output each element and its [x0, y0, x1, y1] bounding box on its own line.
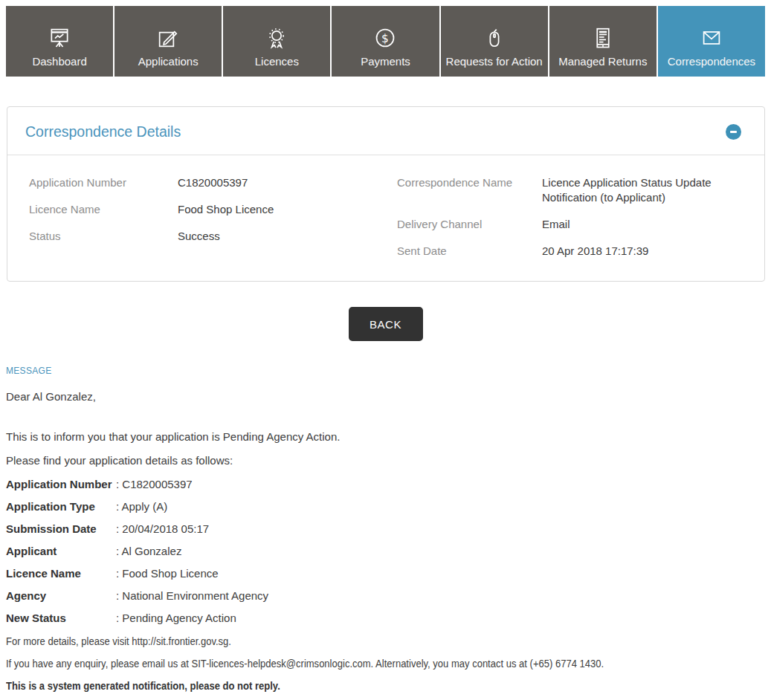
message-field-value: : Apply (A): [116, 499, 167, 514]
message-field-label: Licence Name: [6, 566, 116, 581]
message-field-label: Application Type: [6, 499, 116, 514]
message-section: MESSAGE Dear Al Gonzalez, This is to inf…: [6, 366, 765, 694]
detail-row: Status Success: [29, 229, 397, 244]
back-button[interactable]: BACK: [349, 307, 423, 341]
message-field-row: New Status : Pending Agency Action: [6, 611, 765, 626]
message-footer-no-reply: This is a system generated notification,…: [6, 679, 765, 694]
footer-details-text: For more details, please visit http://si…: [6, 635, 231, 648]
tab-managed-returns-label: Managed Returns: [558, 56, 647, 68]
tab-payments[interactable]: $ Payments: [332, 6, 439, 77]
footer-enquiry-text: If you have any enquiry, please email us…: [6, 657, 604, 670]
footer-no-reply-text: This is a system generated notification,…: [6, 679, 280, 693]
card-header: Correspondence Details: [7, 107, 764, 155]
message-field-row: Application Type : Apply (A): [6, 499, 765, 514]
detail-label: Application Number: [29, 175, 178, 190]
details-left-column: Application Number C1820005397 Licence N…: [29, 175, 397, 259]
detail-label: Licence Name: [29, 202, 178, 217]
detail-label: Correspondence Name: [397, 175, 542, 205]
message-field-value: : Food Shop Licence: [116, 566, 219, 581]
applications-icon: [156, 26, 180, 50]
detail-row: Sent Date 20 Apr 2018 17:17:39: [397, 244, 746, 259]
tab-correspondences-label: Correspondences: [668, 56, 755, 68]
detail-value: Food Shop Licence: [178, 202, 274, 217]
managed-returns-icon: [591, 26, 615, 50]
tab-correspondences[interactable]: Correspondences: [658, 6, 765, 77]
payments-icon: $: [373, 26, 397, 50]
tab-applications[interactable]: Applications: [114, 6, 222, 77]
message-field-row: Licence Name : Food Shop Licence: [6, 566, 765, 581]
tab-dashboard-label: Dashboard: [32, 56, 86, 68]
message-field-row: Agency : National Environment Agency: [6, 589, 765, 603]
message-field-row: Applicant : Al Gonzalez: [6, 544, 765, 559]
tab-applications-label: Applications: [138, 56, 199, 68]
detail-row: Licence Name Food Shop Licence: [29, 202, 397, 217]
tab-managed-returns[interactable]: Managed Returns: [549, 6, 657, 77]
svg-text:$: $: [382, 32, 390, 45]
detail-row: Application Number C1820005397: [29, 175, 397, 190]
detail-value: Email: [542, 217, 570, 232]
top-navigation: Dashboard Applications Licences $ Paymen…: [6, 6, 765, 77]
message-footer-enquiry: If you have any enquiry, please email us…: [6, 657, 765, 672]
tab-payments-label: Payments: [361, 56, 410, 68]
message-heading: MESSAGE: [6, 366, 765, 376]
detail-label: Status: [29, 229, 178, 244]
message-intro: This is to inform you that your applicat…: [6, 430, 765, 444]
dashboard-icon: [48, 26, 71, 50]
message-field-value: : National Environment Agency: [116, 589, 268, 603]
message-footer-details: For more details, please visit http://si…: [6, 635, 765, 649]
tab-licences-label: Licences: [255, 56, 299, 68]
mouse-icon: [483, 26, 506, 50]
envelope-icon: [700, 26, 723, 50]
minus-icon: [730, 131, 737, 133]
message-salutation: Dear Al Gonzalez,: [6, 389, 765, 404]
message-field-row: Submission Date : 20/04/2018 05:17: [6, 522, 765, 537]
message-field-value: : 20/04/2018 05:17: [116, 522, 209, 537]
licences-icon: [265, 26, 288, 50]
collapse-panel-button[interactable]: [726, 124, 741, 140]
message-field-label: Application Number: [6, 477, 116, 492]
message-field-value: : C1820005397: [116, 477, 193, 492]
message-field-row: Application Number : C1820005397: [6, 477, 765, 492]
message-fields: Application Number : C1820005397 Applica…: [6, 477, 765, 626]
message-field-label: Agency: [6, 589, 116, 603]
message-field-value: : Al Gonzalez: [116, 544, 181, 559]
message-field-label: New Status: [6, 611, 116, 626]
detail-row: Delivery Channel Email: [397, 217, 746, 232]
detail-row: Correspondence Name Licence Application …: [397, 175, 746, 205]
tab-requests-for-action[interactable]: Requests for Action: [441, 6, 548, 77]
page-title: Correspondence Details: [25, 123, 181, 140]
message-details-intro: Please find your application details as …: [6, 453, 765, 468]
tab-requests-for-action-label: Requests for Action: [446, 56, 543, 68]
detail-label: Delivery Channel: [397, 217, 542, 232]
message-field-value: : Pending Agency Action: [116, 611, 236, 626]
tab-dashboard[interactable]: Dashboard: [6, 6, 113, 77]
detail-value: Licence Application Status Update Notifi…: [542, 175, 746, 205]
detail-value: Success: [178, 229, 220, 244]
detail-value: C1820005397: [178, 175, 248, 190]
tab-licences[interactable]: Licences: [223, 6, 330, 77]
correspondence-details-card: Correspondence Details Application Numbe…: [7, 106, 765, 282]
detail-label: Sent Date: [397, 244, 542, 259]
message-field-label: Submission Date: [6, 522, 116, 537]
message-field-label: Applicant: [6, 544, 116, 559]
detail-value: 20 Apr 2018 17:17:39: [542, 244, 648, 259]
card-body: Application Number C1820005397 Licence N…: [7, 155, 764, 281]
details-right-column: Correspondence Name Licence Application …: [397, 175, 746, 259]
